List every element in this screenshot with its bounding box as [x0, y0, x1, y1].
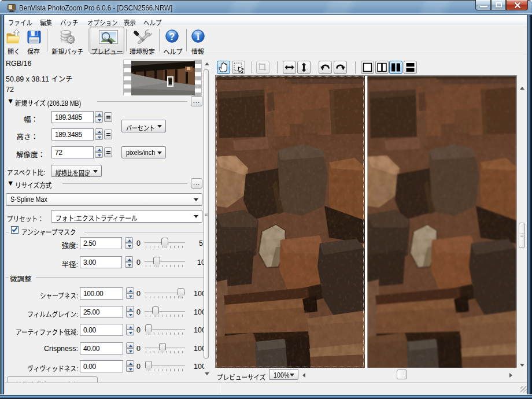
- svg-text:i: i: [197, 31, 200, 42]
- svg-text:?: ?: [169, 32, 175, 42]
